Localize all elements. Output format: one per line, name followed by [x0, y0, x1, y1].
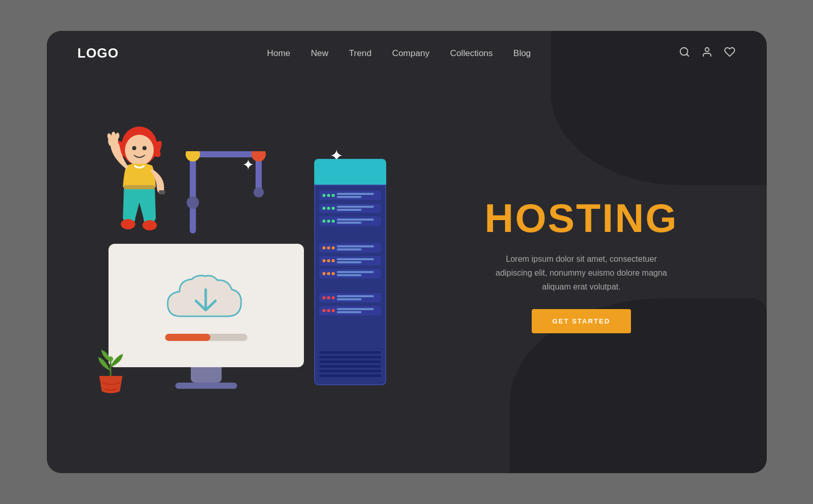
vent-5 [319, 370, 381, 372]
logo: LOGO [78, 45, 119, 61]
server-vents [319, 349, 381, 379]
svg-point-19 [142, 220, 157, 230]
server-row-5 [319, 256, 381, 265]
vent-3 [319, 361, 381, 363]
server-row-6 [319, 269, 381, 278]
cloud-download [160, 270, 252, 341]
heart-icon[interactable] [724, 46, 735, 60]
server-spacer-2 [319, 282, 381, 290]
monitor [109, 244, 304, 383]
server-row-1 [319, 191, 381, 200]
nav-link-new[interactable]: New [311, 48, 329, 58]
navbar: LOGO Home New Trend Company Collections … [47, 31, 767, 76]
cloud-svg [160, 270, 252, 327]
svg-point-6 [186, 151, 200, 161]
server-body [314, 185, 386, 385]
vent-1 [319, 351, 381, 354]
monitor-base [175, 383, 237, 389]
progress-bar [165, 334, 247, 341]
server-row-8 [319, 306, 381, 315]
monitor-stand [191, 367, 222, 383]
svg-point-11 [125, 135, 154, 166]
svg-point-7 [251, 151, 266, 161]
vent-4 [319, 365, 381, 368]
nav-link-blog[interactable]: Blog [513, 48, 531, 58]
svg-rect-20 [159, 190, 165, 194]
user-icon[interactable] [701, 46, 713, 60]
nav-item-trend[interactable]: Trend [349, 48, 372, 59]
nav-item-blog[interactable]: Blog [513, 48, 531, 59]
nav-link-company[interactable]: Company [392, 48, 429, 58]
text-content: HOSTING Lorem ipsum dolor sit amet, cons… [396, 195, 736, 334]
search-icon[interactable] [679, 46, 690, 60]
get-started-button[interactable]: GET STARTED [532, 309, 631, 333]
svg-point-12 [132, 146, 136, 150]
server-spacer [319, 229, 381, 240]
server-rack-wrapper [314, 159, 386, 385]
server-row-7 [319, 293, 381, 302]
svg-rect-4 [190, 151, 262, 157]
progress-fill [165, 334, 210, 341]
nav-link-collections[interactable]: Collections [450, 48, 493, 58]
nav-item-new[interactable]: New [311, 48, 329, 59]
vent-2 [319, 356, 381, 358]
svg-point-2 [706, 48, 709, 51]
illustration: ✦ ✦ ✦ ✦ [78, 105, 396, 424]
svg-point-9 [254, 187, 264, 197]
server-row-2 [319, 204, 381, 213]
nav-link-home[interactable]: Home [267, 48, 290, 58]
server-row-4 [319, 243, 381, 253]
svg-rect-3 [190, 151, 196, 233]
svg-point-18 [121, 219, 135, 229]
server-top [314, 159, 386, 185]
svg-point-23 [108, 356, 113, 362]
svg-rect-21 [124, 185, 155, 189]
nav-item-home[interactable]: Home [267, 48, 290, 59]
nav-link-trend[interactable]: Trend [349, 48, 372, 58]
server-row-3 [319, 217, 381, 226]
nav-item-company[interactable]: Company [392, 48, 429, 59]
nav-item-collections[interactable]: Collections [450, 48, 493, 59]
plant-svg [89, 343, 133, 394]
character-svg [98, 115, 180, 264]
hosting-title: HOSTING [484, 195, 678, 242]
vent-6 [319, 374, 381, 377]
nav-links: Home New Trend Company Collections Blog [267, 48, 531, 59]
pipes-svg [170, 151, 283, 254]
main-window: LOGO Home New Trend Company Collections … [47, 31, 767, 473]
nav-icons [679, 46, 735, 60]
main-content: ✦ ✦ ✦ ✦ [47, 76, 767, 473]
svg-point-8 [187, 196, 199, 209]
svg-point-13 [142, 146, 147, 150]
hosting-description: Lorem ipsum dolor sit amet, consectetuer… [494, 252, 669, 294]
svg-line-1 [687, 54, 689, 56]
